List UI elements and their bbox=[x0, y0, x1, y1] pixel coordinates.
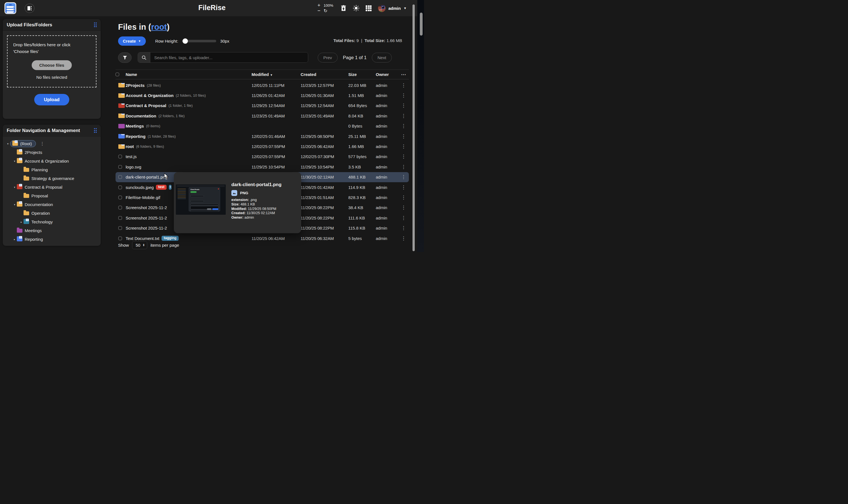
row-actions-kebab-icon[interactable]: ⋮ bbox=[398, 225, 409, 231]
tag-badge[interactable]: test bbox=[156, 185, 166, 190]
tree-item-operation[interactable]: Operation bbox=[4, 209, 99, 217]
table-row[interactable]: 2Projects(28 files)12/01/25 11:11PM11/23… bbox=[116, 80, 409, 90]
apps-grid-button[interactable] bbox=[365, 5, 372, 12]
row-actions-kebab-icon[interactable]: ⋮ bbox=[398, 154, 409, 160]
content-scrollbar[interactable] bbox=[412, 4, 415, 251]
drag-handle-icon[interactable] bbox=[94, 22, 97, 27]
prev-page-button[interactable]: Prev bbox=[318, 53, 338, 62]
file-name[interactable]: FileRise-Mobile.gif bbox=[126, 195, 160, 200]
column-header-actions[interactable]: ⋯ bbox=[398, 71, 409, 78]
row-actions-kebab-icon[interactable]: ⋮ bbox=[398, 103, 409, 108]
table-row[interactable]: Contract & Proposal(1 folder, 1 file)11/… bbox=[116, 101, 409, 111]
create-button[interactable]: Create▼ bbox=[118, 36, 146, 46]
page-scrollbar-thumb[interactable] bbox=[420, 13, 423, 36]
upload-button[interactable]: Upload bbox=[34, 94, 70, 105]
column-header-created[interactable]: Created bbox=[297, 72, 345, 77]
page-scrollbar-track[interactable] bbox=[417, 0, 424, 252]
tree-collapse-arrow-icon[interactable]: ▾ bbox=[12, 203, 17, 206]
tag-badge[interactable]: tagging bbox=[161, 236, 179, 241]
table-row[interactable]: test.js12/02/25 07:55PM12/02/25 07:30PM5… bbox=[116, 152, 409, 162]
folder-name[interactable]: Meetings bbox=[126, 124, 144, 128]
tree-item-documentation[interactable]: ▾Documentation bbox=[4, 200, 99, 209]
tree-item--root-[interactable]: ▾(Root)⋮ bbox=[4, 139, 99, 148]
tree-item-2projects[interactable]: 2Projects bbox=[4, 148, 99, 157]
trash-restore-button[interactable] bbox=[340, 5, 347, 12]
row-actions-kebab-icon[interactable]: ⋮ bbox=[398, 174, 409, 180]
row-actions-kebab-icon[interactable]: ⋮ bbox=[398, 133, 409, 139]
drag-handle-icon[interactable] bbox=[94, 128, 97, 133]
file-name[interactable]: logo.svg bbox=[126, 164, 141, 169]
file-name[interactable]: test.js bbox=[126, 154, 137, 159]
row-actions-kebab-icon[interactable]: ⋮ bbox=[398, 123, 409, 129]
row-actions-kebab-icon[interactable]: ⋮ bbox=[398, 92, 409, 98]
items-per-page-select[interactable]: 50 ▲▼ bbox=[132, 241, 147, 249]
row-checkbox[interactable] bbox=[118, 226, 122, 230]
tree-item-account-organization[interactable]: ▾Account & Organization bbox=[4, 157, 99, 165]
folder-name[interactable]: root bbox=[126, 144, 134, 149]
row-checkbox[interactable] bbox=[118, 165, 122, 169]
row-checkbox[interactable] bbox=[118, 237, 122, 240]
tree-item-technology[interactable]: ▸Technology bbox=[4, 217, 99, 226]
table-row[interactable]: Account & Organization(2 folders, 10 fil… bbox=[116, 90, 409, 100]
row-actions-kebab-icon[interactable]: ⋮ bbox=[398, 235, 409, 241]
file-name[interactable]: Screenshot 2025-11-2 bbox=[126, 205, 167, 210]
row-actions-kebab-icon[interactable]: ⋮ bbox=[398, 205, 409, 211]
tree-collapse-arrow-icon[interactable]: ▾ bbox=[12, 186, 17, 188]
file-name[interactable]: Screenshot 2025-11-2 bbox=[126, 226, 167, 230]
file-name[interactable]: Screenshot 2025-11-2 bbox=[126, 216, 167, 220]
user-menu[interactable]: admin ▼ bbox=[378, 4, 407, 12]
zoom-in-button[interactable]: + bbox=[317, 2, 321, 8]
tree-item-planning[interactable]: Planning bbox=[4, 165, 99, 174]
search-input[interactable] bbox=[150, 52, 308, 62]
column-header-size[interactable]: Size bbox=[345, 72, 372, 77]
folder-name[interactable]: Contract & Proposal bbox=[126, 103, 166, 108]
row-checkbox[interactable] bbox=[118, 196, 122, 199]
folder-name[interactable]: Account & Organization bbox=[126, 93, 174, 98]
column-header-name[interactable]: Name bbox=[126, 72, 248, 77]
tree-collapse-arrow-icon[interactable]: ▾ bbox=[6, 142, 10, 145]
tree-item-meetings[interactable]: Meetings bbox=[4, 226, 99, 235]
row-actions-kebab-icon[interactable]: ⋮ bbox=[398, 144, 409, 149]
row-actions-kebab-icon[interactable]: ⋮ bbox=[398, 215, 409, 221]
tag-badge[interactable]: t bbox=[169, 185, 172, 190]
tree-item-proposal[interactable]: Proposal bbox=[4, 192, 99, 200]
folder-name[interactable]: 2Projects bbox=[126, 83, 145, 88]
row-actions-kebab-icon[interactable]: ⋮ bbox=[398, 184, 409, 190]
refresh-icon[interactable]: ↻ bbox=[324, 8, 334, 14]
table-row[interactable]: root(6 folders, 9 files)12/02/25 07:55PM… bbox=[116, 141, 409, 151]
row-checkbox[interactable] bbox=[118, 185, 122, 189]
row-checkbox[interactable] bbox=[118, 216, 122, 220]
file-name[interactable]: sunclouds.jpeg bbox=[126, 185, 154, 190]
row-checkbox[interactable] bbox=[118, 155, 122, 158]
slider-thumb[interactable] bbox=[182, 38, 188, 44]
file-name[interactable]: dark-client-portal1.png bbox=[126, 175, 167, 179]
row-checkbox[interactable] bbox=[118, 206, 122, 210]
table-row[interactable]: logo.svg11/29/25 10:54PM11/29/25 10:54PM… bbox=[116, 162, 409, 172]
filter-button[interactable] bbox=[118, 52, 131, 63]
file-name[interactable]: Text Document.txt bbox=[126, 236, 159, 241]
choose-files-button[interactable]: Choose files bbox=[32, 60, 72, 70]
row-actions-kebab-icon[interactable]: ⋮ bbox=[398, 113, 409, 119]
selected-folder-pill[interactable]: (Root) bbox=[10, 140, 36, 147]
file-dropzone[interactable]: Drop files/folders here or click 'Choose… bbox=[7, 35, 96, 88]
tree-expand-arrow-icon[interactable]: ▸ bbox=[19, 221, 23, 223]
table-row[interactable]: Documentation(2 folders, 1 file)11/23/25… bbox=[116, 111, 409, 121]
next-page-button[interactable]: Next bbox=[372, 53, 392, 62]
column-header-owner[interactable]: Owner bbox=[372, 72, 398, 77]
row-checkbox[interactable] bbox=[118, 175, 122, 179]
select-all-checkbox[interactable] bbox=[116, 73, 119, 76]
tree-collapse-arrow-icon[interactable]: ▾ bbox=[12, 160, 17, 163]
tree-item-contract-proposal[interactable]: ▾Contract & Proposal bbox=[4, 183, 99, 192]
folder-name[interactable]: Reporting bbox=[126, 134, 145, 139]
tree-item-reporting[interactable]: ▸Reporting bbox=[4, 235, 99, 244]
row-actions-kebab-icon[interactable]: ⋮ bbox=[398, 164, 409, 170]
folder-menu-kebab-icon[interactable]: ⋮ bbox=[40, 141, 45, 146]
tree-expand-arrow-icon[interactable]: ▸ bbox=[12, 238, 17, 241]
table-row[interactable]: Reporting(1 folder, 28 files)12/02/25 01… bbox=[116, 131, 409, 141]
theme-toggle-button[interactable] bbox=[353, 5, 359, 12]
folder-name[interactable]: Documentation bbox=[126, 113, 156, 118]
column-header-modified[interactable]: Modified ▼ bbox=[248, 72, 297, 77]
tree-item-strategy-governance[interactable]: Strategy & governance bbox=[4, 174, 99, 183]
zoom-out-button[interactable]: − bbox=[317, 8, 321, 14]
row-actions-kebab-icon[interactable]: ⋮ bbox=[398, 195, 409, 200]
